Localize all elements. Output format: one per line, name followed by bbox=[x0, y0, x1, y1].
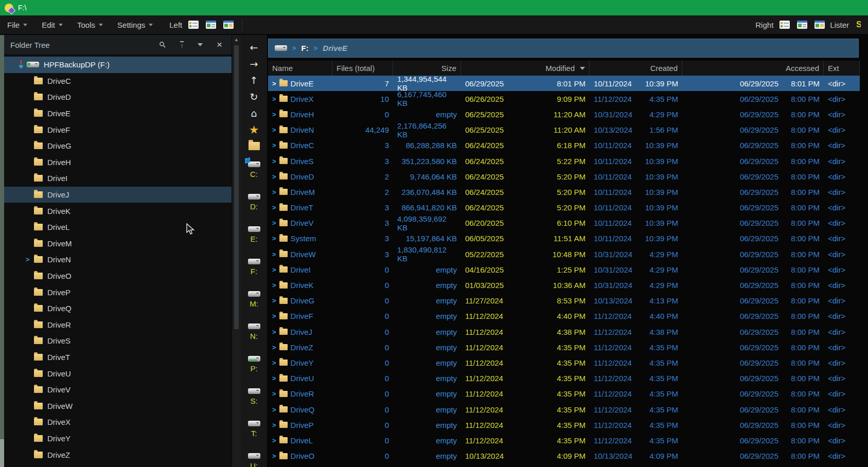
row-expander-icon[interactable]: > bbox=[272, 328, 276, 336]
up-icon[interactable]: ↑ bbox=[249, 72, 260, 88]
file-row[interactable]: > DriveO 0 empty 10/13/20244:09 PM 10/13… bbox=[268, 448, 860, 464]
row-expander-icon[interactable]: > bbox=[272, 188, 276, 196]
tree-item[interactable]: > DriveG bbox=[4, 138, 232, 154]
tree-item[interactable]: > DriveI bbox=[4, 170, 232, 187]
row-expander-icon[interactable]: > bbox=[272, 219, 276, 227]
file-row[interactable]: > DriveR 0 empty 11/12/20244:35 PM 11/12… bbox=[268, 386, 860, 402]
row-expander-icon[interactable]: > bbox=[272, 80, 276, 87]
tree-item[interactable]: > DriveM bbox=[4, 236, 232, 252]
breadcrumb[interactable]: > F: > DriveE bbox=[268, 39, 859, 58]
file-row[interactable]: > DriveT 3 866,941,820 KB 06/24/20255:20… bbox=[268, 200, 860, 215]
thumbnails-view-icon[interactable] bbox=[223, 21, 234, 29]
row-expander-icon[interactable]: > bbox=[272, 437, 276, 444]
menu-settings[interactable]: Settings bbox=[117, 21, 153, 29]
file-row[interactable]: > DriveV 3 4,098,359,692 KB 06/20/20256:… bbox=[268, 215, 860, 231]
row-expander-icon[interactable]: > bbox=[272, 157, 276, 165]
row-expander-icon[interactable]: > bbox=[272, 173, 276, 181]
tree-item[interactable]: > DriveS bbox=[4, 333, 232, 349]
tree-item[interactable]: > DriveH bbox=[4, 154, 232, 171]
file-row[interactable]: > DriveX 10 6,167,745,460 KB 06/26/20259… bbox=[268, 91, 860, 106]
list-view-icon[interactable] bbox=[797, 21, 807, 29]
tree-item[interactable]: > DriveJ bbox=[4, 187, 232, 203]
tree-scrollbar[interactable]: ▲ bbox=[232, 35, 241, 467]
tree-item[interactable]: > DriveL bbox=[4, 219, 232, 236]
tree-item[interactable]: > DriveO bbox=[4, 268, 232, 284]
file-row[interactable]: > DriveF 0 empty 11/12/20244:40 PM 11/12… bbox=[268, 309, 860, 324]
tree-item[interactable]: > DriveY bbox=[4, 430, 232, 447]
drive-shortcut[interactable]: N: bbox=[248, 324, 260, 349]
drive-shortcut[interactable]: E: bbox=[248, 226, 260, 252]
tree-item[interactable]: > DriveR bbox=[4, 317, 232, 333]
refresh-icon[interactable]: ↻ bbox=[249, 88, 260, 105]
tree-item[interactable]: > DriveD bbox=[4, 89, 232, 105]
file-row[interactable]: > DriveP 0 empty 11/12/20244:35 PM 11/12… bbox=[268, 417, 860, 433]
tree-item[interactable]: > DriveK bbox=[4, 203, 232, 219]
file-row[interactable]: > DriveI 0 empty 04/16/20251:25 PM 10/31… bbox=[268, 262, 860, 277]
column-header-accessed[interactable]: Accessed bbox=[682, 61, 824, 76]
tree-root-drive[interactable]: HPFBackupDP (F:) bbox=[4, 57, 232, 73]
tree-item[interactable]: > DriveC bbox=[4, 73, 232, 89]
drive-shortcut[interactable]: D: bbox=[248, 194, 260, 219]
file-row[interactable]: > DriveY 0 empty 11/12/20244:35 PM 11/12… bbox=[268, 355, 860, 370]
file-row[interactable]: > DriveQ 0 empty 11/12/20244:35 PM 11/12… bbox=[268, 402, 860, 417]
tree-item[interactable]: > DriveF bbox=[4, 121, 232, 138]
row-expander-icon[interactable]: > bbox=[272, 421, 276, 429]
tree-item[interactable]: > DriveU bbox=[4, 365, 232, 382]
tree-item[interactable]: > DriveE bbox=[4, 105, 232, 122]
tree-item[interactable]: > DriveW bbox=[4, 398, 232, 414]
row-expander-icon[interactable]: > bbox=[272, 281, 276, 289]
chevron-down-icon[interactable] bbox=[198, 43, 203, 46]
favorites-icon[interactable]: ★ bbox=[249, 121, 260, 138]
row-expander-icon[interactable]: > bbox=[272, 406, 276, 414]
row-expander-icon[interactable]: > bbox=[272, 111, 276, 118]
file-row[interactable]: > DriveS 3 351,223,580 KB 06/24/20255:22… bbox=[268, 153, 860, 169]
drive-shortcut[interactable]: C: bbox=[248, 161, 260, 187]
file-row[interactable]: > DriveD 2 9,746,064 KB 06/24/20255:20 P… bbox=[268, 169, 860, 184]
tree-item[interactable]: > DriveX bbox=[4, 414, 232, 430]
menu-tools[interactable]: Tools bbox=[77, 21, 103, 29]
drive-shortcut[interactable]: M: bbox=[248, 291, 260, 316]
column-header-ext[interactable]: Ext bbox=[824, 61, 860, 76]
row-expander-icon[interactable]: > bbox=[272, 344, 276, 351]
breadcrumb-root[interactable]: F: bbox=[302, 44, 309, 52]
file-row[interactable]: > DriveL 0 empty 11/12/20244:35 PM 11/12… bbox=[268, 433, 860, 448]
close-tree-icon[interactable]: × bbox=[217, 41, 222, 49]
lister-menu[interactable]: Lister bbox=[830, 21, 849, 29]
column-header-name[interactable]: Name bbox=[268, 61, 332, 76]
file-row[interactable]: > DriveG 0 empty 11/27/20248:53 PM 10/13… bbox=[268, 293, 860, 309]
file-row[interactable]: > DriveW 3 1,830,490,812 KB 05/22/202510… bbox=[268, 246, 860, 262]
scrollbar-thumb[interactable] bbox=[234, 45, 239, 329]
row-expander-icon[interactable]: > bbox=[272, 452, 276, 460]
tree-item[interactable]: > DriveT bbox=[4, 349, 232, 366]
row-expander-icon[interactable]: > bbox=[272, 390, 276, 398]
row-expander-icon[interactable]: > bbox=[272, 359, 276, 367]
file-row[interactable]: > System 3 15,197,864 KB 06/05/202511:51… bbox=[268, 231, 860, 246]
tree-item[interactable]: > DriveN bbox=[4, 252, 232, 268]
row-expander-icon[interactable]: > bbox=[272, 141, 276, 149]
file-row[interactable]: > DriveM 2 236,070,484 KB 06/24/20255:20… bbox=[268, 184, 860, 200]
file-row[interactable]: > DriveC 3 86,288,288 KB 06/24/20256:18 … bbox=[268, 138, 860, 153]
file-row[interactable]: > DriveK 0 empty 01/03/202510:36 AM 10/3… bbox=[268, 277, 860, 293]
row-expander-icon[interactable]: > bbox=[272, 235, 276, 242]
row-expander-icon[interactable]: > bbox=[272, 126, 276, 134]
column-header-created[interactable]: Created bbox=[590, 61, 682, 76]
file-row[interactable]: > DriveN 44,249 2,176,864,256 KB 06/25/2… bbox=[268, 122, 860, 138]
file-row[interactable]: > DriveJ 0 empty 11/12/20244:38 PM 11/12… bbox=[268, 324, 860, 339]
file-row[interactable]: > DriveH 0 empty 06/25/202511:20 AM 10/3… bbox=[268, 106, 860, 122]
tree-item[interactable]: > DriveQ bbox=[4, 300, 232, 317]
back-icon[interactable]: ← bbox=[249, 39, 260, 56]
folder-icon[interactable] bbox=[249, 138, 260, 154]
column-header-size[interactable]: Size bbox=[393, 61, 461, 76]
column-header-modified[interactable]: Modified bbox=[461, 61, 590, 76]
drive-shortcut[interactable]: F: bbox=[248, 259, 260, 284]
list-view-icon[interactable] bbox=[206, 21, 216, 29]
row-expander-icon[interactable]: > bbox=[272, 266, 276, 274]
tree-item[interactable]: > DriveP bbox=[4, 284, 232, 300]
file-row[interactable]: > DriveE 7 1,344,954,544 KB 06/29/20258:… bbox=[268, 76, 860, 91]
drive-shortcut[interactable]: S: bbox=[248, 388, 260, 414]
column-header-files[interactable]: Files (total) bbox=[332, 61, 393, 76]
scroll-to-top-icon[interactable]: ↑ bbox=[180, 41, 184, 48]
tree-item[interactable]: > DriveV bbox=[4, 382, 232, 398]
row-expander-icon[interactable]: > bbox=[272, 95, 276, 103]
file-row[interactable]: > DriveU 0 empty 11/12/20244:35 PM 11/12… bbox=[268, 371, 860, 386]
